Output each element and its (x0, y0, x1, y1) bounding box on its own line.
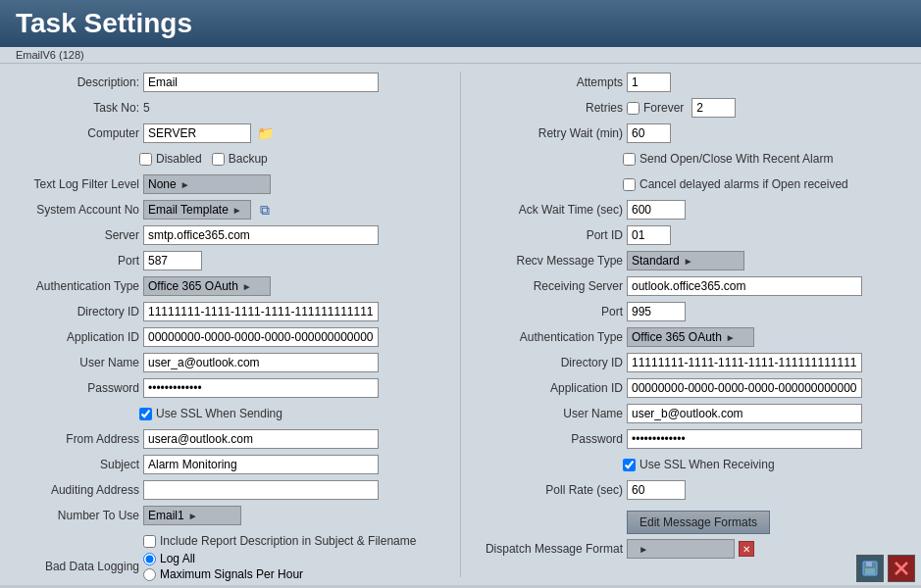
app-id-input[interactable] (143, 327, 379, 347)
username-label: User Name (12, 356, 139, 369)
external-link-icon[interactable]: ⧉ (255, 200, 275, 220)
ack-wait-label: Ack Wait Time (sec) (481, 203, 623, 217)
column-divider (460, 72, 461, 577)
poll-rate-input[interactable] (627, 480, 686, 500)
username-input[interactable] (143, 353, 379, 372)
title-bar: Task Settings (0, 0, 921, 47)
password-input[interactable] (143, 378, 379, 398)
subject-label: Subject (12, 458, 139, 471)
max-signals-radio[interactable] (143, 568, 156, 581)
recv-server-label: Receiving Server (481, 279, 623, 293)
chevron-right-icon2: ► (232, 205, 242, 216)
cancel-delayed-checkbox[interactable] (623, 178, 636, 191)
chevron-right-icon6: ► (726, 332, 736, 343)
send-open-close-label: Send Open/Close With Recent Alarm (640, 152, 833, 166)
include-report-label: Include Report Description in Subject & … (160, 534, 416, 548)
recv-dir-input[interactable] (627, 353, 862, 372)
bad-data-label: Bad Data Logging (12, 560, 139, 573)
port-label: Port (12, 254, 139, 268)
number-to-use-dropdown[interactable]: Email1 ► (143, 506, 241, 525)
app-id-label: Application ID (12, 330, 139, 344)
recv-username-input[interactable] (627, 404, 862, 423)
auditing-label: Auditing Address (12, 483, 139, 497)
disabled-label: Disabled (156, 152, 202, 166)
edit-message-formats-button[interactable]: Edit Message Formats (627, 511, 770, 534)
chevron-right-icon7: ► (639, 544, 648, 555)
recv-port-label: Port (481, 305, 623, 318)
forever-checkbox[interactable] (627, 102, 640, 115)
recv-msg-label: Recv Message Type (481, 254, 623, 268)
use-ssl-send-label: Use SSL When Sending (156, 407, 282, 420)
folder-icon[interactable]: 📁 (255, 123, 275, 143)
chevron-right-icon: ► (180, 179, 190, 190)
description-input[interactable] (143, 73, 379, 92)
send-open-close-checkbox[interactable] (623, 153, 636, 166)
dispatch-msg-dropdown[interactable]: ► (627, 539, 735, 559)
backup-checkbox[interactable] (212, 153, 225, 166)
computer-input[interactable] (143, 123, 251, 143)
cancel-button[interactable] (888, 555, 915, 582)
port-id-input[interactable] (627, 225, 671, 245)
recv-password-label: Password (481, 432, 623, 446)
dispatch-clear-button[interactable]: ✕ (739, 541, 754, 557)
include-report-checkbox[interactable] (143, 535, 156, 548)
svg-rect-2 (865, 568, 875, 574)
chevron-right-icon3: ► (242, 281, 252, 292)
password-label: Password (12, 381, 139, 395)
use-ssl-send-checkbox[interactable] (139, 408, 152, 420)
recv-app-label: Application ID (481, 381, 623, 395)
backup-label: Backup (229, 152, 268, 166)
retry-wait-input[interactable] (627, 123, 671, 143)
taskno-label: Task No: (12, 101, 139, 115)
auth-type-dropdown[interactable]: Office 365 OAuth ► (143, 276, 271, 296)
recv-dir-label: Directory ID (481, 356, 623, 369)
recv-server-input[interactable] (627, 276, 862, 296)
forever-label: Forever (643, 101, 684, 115)
save-button[interactable] (856, 555, 884, 582)
attempts-label: Attempts (481, 75, 623, 89)
retries-label: Retries (481, 101, 623, 115)
recv-auth-dropdown[interactable]: Office 365 OAuth ► (627, 327, 754, 347)
recv-app-input[interactable] (627, 378, 862, 398)
retry-wait-label: Retry Wait (min) (481, 126, 623, 140)
recv-msg-dropdown[interactable]: Standard ► (627, 251, 744, 270)
retries-input[interactable] (691, 98, 736, 118)
text-log-dropdown[interactable]: None ► (143, 174, 271, 194)
taskno-value: 5 (143, 101, 150, 115)
subtitle-text: EmailV6 (128) (16, 49, 84, 61)
server-label: Server (12, 228, 139, 242)
dir-id-input[interactable] (143, 302, 379, 321)
auth-type-label: Authentication Type (12, 279, 139, 293)
computer-label: Computer (12, 126, 139, 140)
poll-rate-label: Poll Rate (sec) (481, 483, 623, 497)
description-label: Description: (12, 75, 139, 89)
port-input[interactable] (143, 251, 202, 270)
number-to-use-label: Number To Use (12, 509, 139, 522)
email-template-dropdown[interactable]: Email Template ► (143, 200, 251, 220)
log-all-radio[interactable] (143, 553, 156, 565)
subtitle-bar: EmailV6 (128) (0, 47, 921, 64)
recv-password-input[interactable] (627, 429, 862, 449)
attempts-input[interactable] (627, 73, 671, 92)
max-signals-label: Maximum Signals Per Hour (160, 567, 303, 581)
action-buttons (850, 549, 921, 588)
system-account-label: System Account No (12, 203, 139, 217)
server-input[interactable] (143, 225, 379, 245)
from-address-label: From Address (12, 432, 139, 446)
auditing-input[interactable] (143, 480, 379, 500)
recv-username-label: User Name (481, 407, 623, 420)
from-address-input[interactable] (143, 429, 379, 449)
chevron-right-icon4: ► (188, 511, 198, 521)
subject-input[interactable] (143, 455, 379, 474)
recv-port-input[interactable] (627, 302, 686, 321)
ack-wait-input[interactable] (627, 200, 686, 220)
svg-rect-1 (866, 562, 872, 566)
use-ssl-recv-checkbox[interactable] (623, 459, 636, 471)
disabled-checkbox[interactable] (139, 153, 152, 166)
dispatch-msg-label: Dispatch Message Format (481, 542, 623, 556)
dir-id-label: Directory ID (12, 305, 139, 318)
page-title: Task Settings (16, 8, 192, 38)
recv-auth-label: Authentication Type (481, 330, 623, 344)
port-id-label: Port ID (481, 228, 623, 242)
log-all-label: Log All (160, 552, 195, 565)
